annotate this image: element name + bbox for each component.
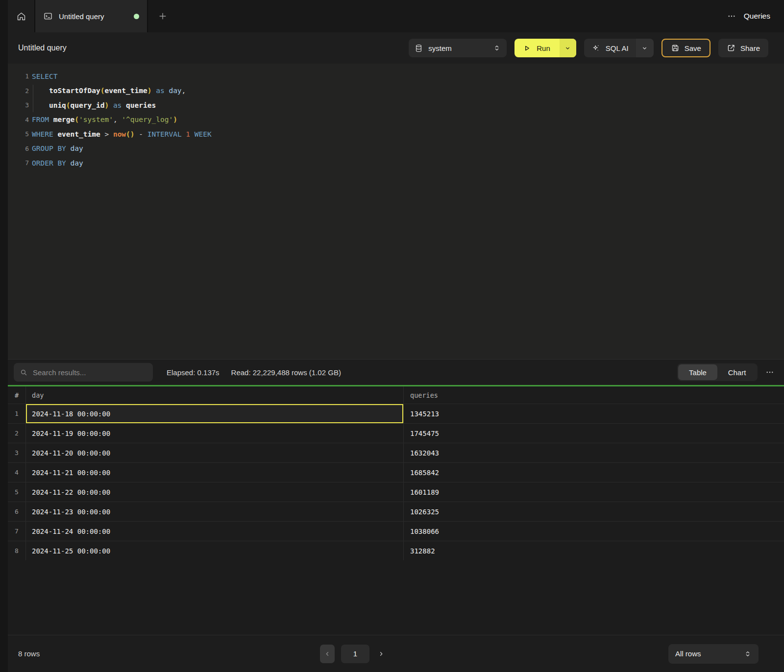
results-table: # day queries 12024-11-18 00:00:00134521… <box>8 386 784 635</box>
chevron-right-icon <box>378 650 385 657</box>
sql-editor[interactable]: 1SELECT2 toStartOfDay(event_time) as day… <box>8 64 784 359</box>
code-text: FROM merge('system', '^query_log') <box>32 116 177 123</box>
query-title: Untitled query <box>18 44 67 52</box>
queries-cell[interactable]: 1345213 <box>403 404 784 423</box>
results-more-icon[interactable] <box>765 368 774 377</box>
code-line[interactable]: 1SELECT <box>8 69 784 84</box>
sql-ai-options-button[interactable] <box>636 39 654 57</box>
external-link-icon <box>727 44 735 52</box>
code-text: WHERE event_time > now() - INTERVAL 1 WE… <box>32 130 212 138</box>
tab-chart-view[interactable]: Chart <box>717 364 757 380</box>
code-text: GROUP BY day <box>32 144 83 152</box>
code-line[interactable]: 5WHERE event_time > now() - INTERVAL 1 W… <box>8 127 784 142</box>
row-index: 2 <box>8 424 25 443</box>
updown-chevrons-icon <box>493 44 501 52</box>
pagination: 1 <box>320 645 387 663</box>
sql-ai-label: SQL AI <box>606 44 629 52</box>
day-cell[interactable]: 2024-11-23 00:00:00 <box>25 502 403 521</box>
share-button[interactable]: Share <box>718 39 768 57</box>
chevron-left-icon <box>324 650 331 657</box>
unsaved-changes-dot <box>134 14 139 19</box>
line-number: 5 <box>8 130 32 138</box>
table-row: 82024-11-25 00:00:00312882 <box>8 541 784 560</box>
queries-cell[interactable]: 1026325 <box>403 502 784 521</box>
day-cell[interactable]: 2024-11-19 00:00:00 <box>25 424 403 443</box>
table-row: 32024-11-20 00:00:001632043 <box>8 443 784 462</box>
plus-icon <box>158 11 168 21</box>
run-options-button[interactable] <box>560 39 576 57</box>
previous-page-button[interactable] <box>320 645 335 663</box>
code-line[interactable]: 3 uniq(query_id) as queries <box>8 98 784 113</box>
tab-table-view[interactable]: Table <box>678 364 717 380</box>
page-size-value: All rows <box>675 649 701 658</box>
updown-chevrons-icon <box>744 650 752 658</box>
code-text: SELECT <box>32 72 57 80</box>
day-cell[interactable]: 2024-11-25 00:00:00 <box>25 541 403 560</box>
query-toolbar: Untitled query system <box>8 32 784 64</box>
terminal-icon <box>43 11 53 21</box>
save-button[interactable]: Save <box>662 39 710 57</box>
code-line[interactable]: 6GROUP BY day <box>8 142 784 156</box>
new-tab-button[interactable] <box>148 0 177 32</box>
search-results-input[interactable] <box>33 368 147 377</box>
selected-day-cell[interactable]: 2024-11-18 00:00:00 <box>25 404 403 423</box>
table-row: 72024-11-24 00:00:001038066 <box>8 521 784 541</box>
run-label: Run <box>537 44 550 52</box>
floppy-icon <box>671 44 680 52</box>
current-page-button[interactable]: 1 <box>341 645 369 663</box>
share-label: Share <box>740 44 760 52</box>
queries-cell[interactable]: 1685842 <box>403 463 784 482</box>
next-page-button[interactable] <box>376 650 387 657</box>
queries-cell[interactable]: 312882 <box>403 541 784 560</box>
left-rail <box>0 0 8 672</box>
row-count: 8 rows <box>18 649 40 658</box>
row-index: 8 <box>8 541 25 560</box>
queries-cell[interactable]: 1745475 <box>403 424 784 443</box>
home-icon <box>16 11 26 22</box>
queries-button[interactable]: Queries <box>744 12 770 21</box>
line-number: 6 <box>8 145 32 152</box>
sparkles-icon <box>591 44 600 52</box>
search-icon <box>20 368 28 377</box>
table-body: 12024-11-18 00:00:00134521322024-11-19 0… <box>8 404 784 560</box>
queries-cell[interactable]: 1601189 <box>403 482 784 502</box>
tab-bar-right: Queries <box>727 0 784 32</box>
day-cell[interactable]: 2024-11-21 00:00:00 <box>25 463 403 482</box>
day-cell[interactable]: 2024-11-22 00:00:00 <box>25 482 403 502</box>
code-line[interactable]: 7ORDER BY day <box>8 156 784 170</box>
database-selector[interactable]: system <box>409 39 507 57</box>
elapsed-stat: Elapsed: 0.137s <box>167 368 220 377</box>
table-row: 52024-11-22 00:00:001601189 <box>8 482 784 502</box>
line-number: 3 <box>8 101 32 109</box>
search-results-box[interactable] <box>14 363 153 382</box>
table-row: 62024-11-23 00:00:001026325 <box>8 502 784 521</box>
code-text: ORDER BY day <box>32 159 83 167</box>
home-button[interactable] <box>8 0 35 32</box>
run-button[interactable]: Run <box>514 39 560 57</box>
page-size-selector[interactable]: All rows <box>668 644 759 664</box>
code-line[interactable]: 4FROM merge('system', '^query_log') <box>8 113 784 127</box>
more-menu-icon[interactable] <box>727 12 736 21</box>
day-cell[interactable]: 2024-11-20 00:00:00 <box>25 443 403 462</box>
sql-ai-button[interactable]: SQL AI <box>584 39 636 57</box>
row-index: 4 <box>8 463 25 482</box>
tab-label: Untitled query <box>59 12 104 21</box>
table-row: 22024-11-19 00:00:001745475 <box>8 423 784 443</box>
column-header-day[interactable]: day <box>25 386 403 404</box>
day-cell[interactable]: 2024-11-24 00:00:00 <box>25 522 403 541</box>
row-index: 6 <box>8 502 25 521</box>
results-toolbar: Elapsed: 0.137s Read: 22,229,488 rows (1… <box>8 359 784 385</box>
chevron-down-icon <box>641 45 648 52</box>
queries-cell[interactable]: 1038066 <box>403 522 784 541</box>
line-number: 7 <box>8 159 32 167</box>
table-row: 12024-11-18 00:00:001345213 <box>8 404 784 423</box>
play-icon <box>523 44 531 52</box>
row-index: 5 <box>8 482 25 502</box>
code-line[interactable]: 2 toStartOfDay(event_time) as day, <box>8 84 784 98</box>
tab-untitled-query[interactable]: Untitled query <box>35 0 148 32</box>
chevron-down-icon <box>564 45 571 52</box>
column-header-index[interactable]: # <box>8 386 25 404</box>
column-header-queries[interactable]: queries <box>403 386 784 404</box>
sql-console: Untitled query Queries Untitled query <box>8 0 784 672</box>
queries-cell[interactable]: 1632043 <box>403 443 784 462</box>
